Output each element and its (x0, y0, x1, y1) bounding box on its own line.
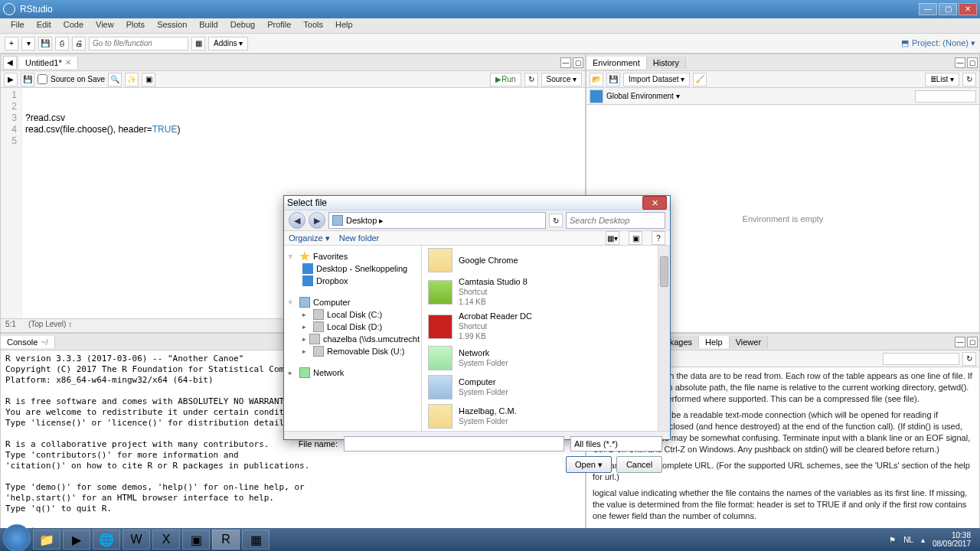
editor-tab[interactable]: Untitled1* ✕ (19, 57, 78, 69)
tray-flag-icon[interactable]: ⚑ (889, 536, 896, 544)
network-group[interactable]: ▸Network (286, 367, 420, 379)
menu-session[interactable]: Session (151, 18, 193, 33)
close-button[interactable]: ✕ (959, 3, 977, 15)
report-button[interactable]: ▣ (142, 73, 155, 86)
menu-file[interactable]: File (5, 18, 31, 33)
task-media[interactable]: ▶ (63, 530, 90, 549)
load-workspace-button[interactable]: 📂 (590, 73, 603, 86)
source-on-save-checkbox[interactable] (38, 74, 47, 84)
menu-tools[interactable]: Tools (297, 18, 329, 33)
scrollbar[interactable] (658, 246, 670, 431)
menu-plots[interactable]: Plots (120, 18, 151, 33)
show-doc-button[interactable]: ▶ (4, 73, 18, 86)
task-word[interactable]: W (122, 530, 150, 549)
preview-button[interactable]: ▣ (629, 231, 642, 245)
save-all-button[interactable]: ⎙ (55, 37, 69, 51)
start-button[interactable] (3, 524, 31, 551)
maximize-pane-icon[interactable]: ▢ (573, 57, 583, 68)
save-button[interactable]: 💾 (38, 37, 52, 51)
tab-viewer[interactable]: Viewer (730, 336, 768, 348)
scope-indicator[interactable]: (Top Level) ↕ (28, 320, 72, 331)
rerun-button[interactable]: ↻ (524, 73, 538, 86)
open-button[interactable]: ▾ (21, 37, 35, 51)
task-rstudio[interactable]: R (212, 530, 240, 549)
file-item[interactable]: Google Chrome (422, 246, 670, 275)
help-button[interactable]: ? (652, 231, 665, 245)
open-button[interactable]: Open ▾ (566, 456, 612, 473)
task-chrome[interactable]: 🌐 (93, 530, 120, 549)
nav-fwd-button[interactable]: ▶ (309, 212, 325, 229)
task-excel[interactable]: X (152, 530, 180, 549)
scrollbar-thumb[interactable] (660, 256, 668, 287)
print-button[interactable]: 🖨 (72, 37, 86, 51)
tray-up-icon[interactable]: ▴ (921, 536, 925, 544)
import-dataset-button[interactable]: Import Dataset ▾ (623, 73, 690, 86)
dialog-search-input[interactable] (566, 212, 665, 229)
env-scope[interactable]: Global Environment ▾ (606, 92, 680, 100)
menu-profile[interactable]: Profile (261, 18, 297, 33)
maximize-help-icon[interactable]: ▢ (967, 337, 978, 347)
find-button[interactable]: 🔍 (108, 73, 122, 86)
menu-view[interactable]: View (90, 18, 120, 33)
tab-help[interactable]: Help (699, 336, 730, 348)
help-refresh-button[interactable]: ↻ (962, 352, 976, 366)
breadcrumb[interactable]: Desktop ▸ (328, 212, 546, 229)
list-view-button[interactable]: ≣ List ▾ (925, 73, 959, 86)
minimize-button[interactable]: — (919, 3, 937, 15)
sidebar-item-dropbox[interactable]: Dropbox (286, 275, 420, 287)
minimize-env-icon[interactable]: — (955, 57, 965, 68)
maximize-env-icon[interactable]: ▢ (967, 57, 978, 68)
file-item[interactable]: Hazelbag, C.M.System Folder (422, 402, 670, 431)
menu-debug[interactable]: Debug (224, 18, 261, 33)
source-button[interactable]: Source ▾ (541, 73, 582, 86)
clear-env-button[interactable]: 🧹 (693, 73, 707, 86)
favorites-group[interactable]: ▿Favorites (286, 250, 420, 262)
organize-button[interactable]: Organize ▾ (289, 233, 330, 243)
file-item[interactable]: ComputerSystem Folder (422, 373, 670, 402)
env-search-input[interactable] (915, 90, 976, 103)
filter-select[interactable] (570, 436, 662, 452)
minimize-pane-icon[interactable]: — (560, 57, 571, 68)
project-menu[interactable]: Project: (None) ▾ (912, 38, 975, 48)
dialog-close-button[interactable]: ✕ (642, 196, 667, 210)
filename-input[interactable] (344, 436, 564, 452)
help-search-input[interactable] (883, 353, 959, 365)
computer-group[interactable]: ▿Computer (286, 296, 420, 308)
grid-button[interactable]: ▦ (191, 37, 205, 51)
maximize-button[interactable]: ▢ (939, 3, 957, 15)
cancel-button[interactable]: Cancel (616, 456, 662, 473)
back-button[interactable]: ◀ (3, 56, 17, 70)
task-other[interactable]: ▦ (242, 530, 270, 549)
menu-build[interactable]: Build (193, 18, 224, 33)
tab-environment[interactable]: Environment (586, 57, 647, 69)
task-app[interactable]: ▣ (182, 530, 210, 549)
menu-edit[interactable]: Edit (31, 18, 57, 33)
new-file-button[interactable]: + (5, 37, 18, 51)
tab-history[interactable]: History (647, 57, 686, 69)
new-folder-button[interactable]: New folder (339, 233, 380, 243)
file-item[interactable]: Camtasia Studio 8Shortcut1.14 KB (422, 275, 670, 309)
tray-lang[interactable]: NL (903, 536, 913, 544)
sidebar-item-u[interactable]: ▸Removable Disk (U:) (286, 345, 420, 357)
sidebar-item-d[interactable]: ▸Local Disk (D:) (286, 321, 420, 333)
file-item[interactable]: NetworkSystem Folder (422, 344, 670, 373)
sidebar-item-netdrive[interactable]: ▸chazelba (\\ds.umcutrecht.nl\Algemeen (286, 333, 420, 345)
tab-close-icon[interactable]: ✕ (65, 58, 71, 67)
tab-console[interactable]: Console ~/ (1, 336, 55, 348)
menu-code[interactable]: Code (57, 18, 90, 33)
view-button[interactable]: ▦▾ (606, 231, 619, 245)
refresh-button[interactable]: ↻ (549, 214, 563, 227)
menu-help[interactable]: Help (329, 18, 359, 33)
sidebar-item-desktop[interactable]: Desktop - Snelkoppeling (286, 262, 420, 275)
task-explorer[interactable]: 📁 (33, 530, 60, 549)
nav-back-button[interactable]: ◀ (289, 212, 305, 229)
save-workspace-button[interactable]: 💾 (606, 73, 620, 86)
wand-button[interactable]: ✨ (125, 73, 139, 86)
sidebar-item-c[interactable]: ▸Local Disk (C:) (286, 308, 420, 321)
minimize-help-icon[interactable]: — (955, 337, 965, 347)
save-doc-button[interactable]: 💾 (21, 73, 34, 86)
run-button[interactable]: ▶ Run (490, 73, 521, 86)
refresh-env-button[interactable]: ↻ (962, 73, 976, 86)
file-item[interactable]: Acrobat Reader DCShortcut1.99 KB (422, 309, 670, 344)
goto-file-input[interactable] (89, 37, 188, 51)
